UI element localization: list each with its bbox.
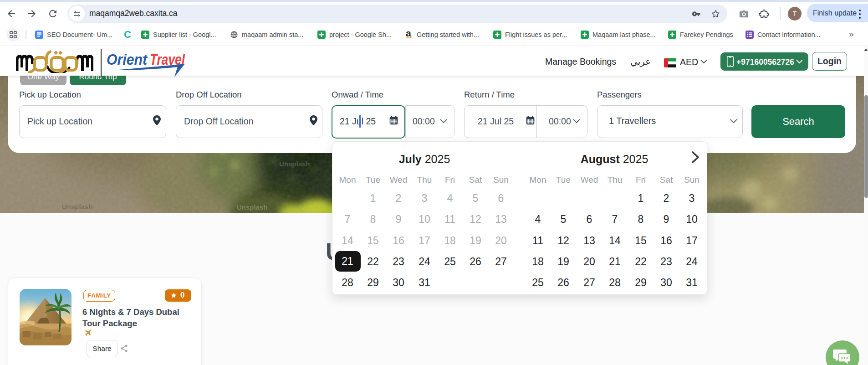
svg-text:Orient: Orient <box>107 51 148 68</box>
